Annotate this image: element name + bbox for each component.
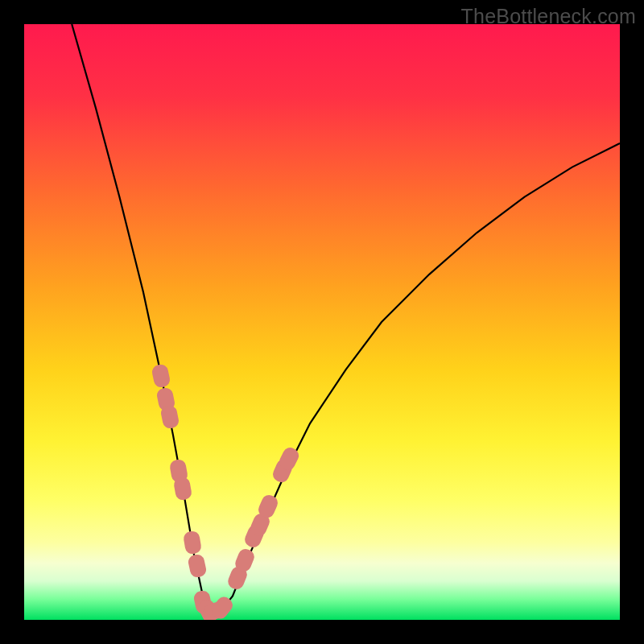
watermark-text: TheBottleneck.com: [461, 5, 636, 28]
outer-frame: TheBottleneck.com: [0, 0, 644, 644]
bottleneck-curve: [24, 24, 620, 620]
plot-area: [24, 24, 620, 620]
